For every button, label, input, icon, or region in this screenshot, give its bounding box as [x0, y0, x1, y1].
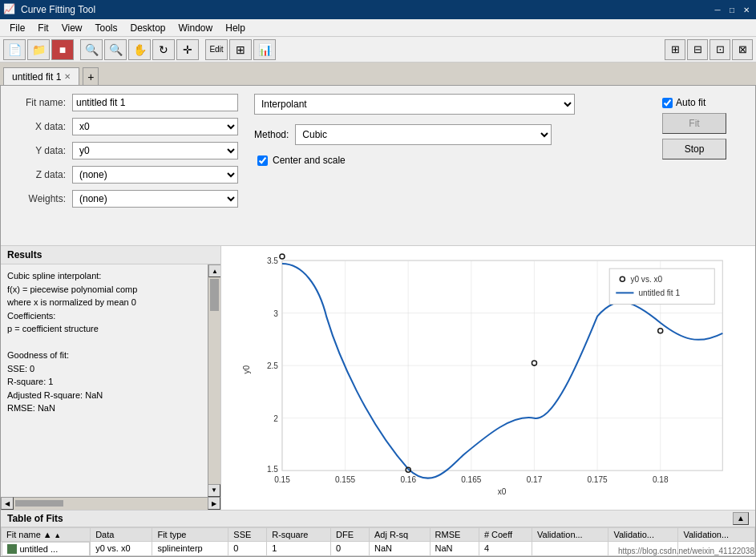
fit-name-input[interactable] — [72, 94, 238, 111]
hscroll-left-button[interactable]: ◀ — [1, 497, 14, 510]
main-panel: Fit name: X data: x0 Y data: y0 Z data: … — [0, 85, 756, 557]
toolbar-edit[interactable]: Edit — [205, 39, 228, 60]
svg-text:0.16: 0.16 — [400, 475, 416, 484]
col-fit-type[interactable]: Fit type — [152, 527, 228, 541]
x-data-row: X data: x0 — [14, 118, 238, 135]
watermark: https://blog.csdn.net/weixin_41122038 — [618, 547, 754, 555]
cell-fit-type: splineinterp — [152, 541, 228, 556]
minimize-button[interactable]: ─ — [711, 3, 724, 16]
cell-n-coeff: 4 — [479, 541, 532, 556]
col-fit-name[interactable]: Fit name ▲ — [2, 527, 91, 541]
cell-data: y0 vs. x0 — [91, 541, 152, 556]
results-content: Cubic spline interpolant: f(x) = piecewi… — [1, 264, 220, 497]
svg-text:3: 3 — [273, 309, 278, 318]
toolbar-view3[interactable]: ⊡ — [710, 39, 730, 60]
menu-tools[interactable]: Tools — [88, 21, 123, 35]
fit-button[interactable]: Fit — [662, 113, 726, 134]
menu-view[interactable]: View — [55, 21, 89, 35]
results-hscroll: ◀ ▶ — [1, 497, 220, 510]
col-adj-r-sq[interactable]: Adj R-sq — [369, 527, 430, 541]
center-scale-label: Center and scale — [273, 155, 346, 166]
middle-section: Results Cubic spline interpolant: f(x) =… — [1, 246, 755, 510]
toolbar-pan[interactable]: ✋ — [128, 39, 151, 60]
svg-text:untitled fit 1: untitled fit 1 — [639, 289, 681, 297]
hscroll-thumb[interactable] — [15, 500, 63, 507]
svg-text:3.5: 3.5 — [267, 256, 278, 265]
y-data-label: Y data: — [14, 145, 66, 156]
fit-color-indicator — [7, 544, 17, 554]
result-line-4: Coefficients: — [7, 309, 214, 323]
svg-text:2: 2 — [273, 414, 278, 423]
result-line-6: Goodness of fit: — [7, 349, 214, 362]
config-right: Auto fit Fit Stop — [662, 94, 742, 237]
toolbar-view4[interactable]: ⊠ — [732, 39, 753, 60]
maximize-button[interactable]: □ — [726, 3, 738, 16]
tab-add-button[interactable]: + — [83, 67, 99, 85]
menu-file[interactable]: File — [3, 21, 31, 35]
auto-fit-checkbox[interactable] — [662, 98, 673, 108]
x-data-label: X data: — [14, 121, 66, 132]
center-scale-row: Center and scale — [257, 155, 646, 166]
tab-label: untitled fit 1 — [12, 71, 61, 83]
toolbar-zoom-out[interactable]: 🔍 — [104, 39, 127, 60]
toolbar-right: ⊞ ⊟ ⊡ ⊠ — [665, 39, 753, 60]
hscroll-right-button[interactable]: ▶ — [208, 497, 220, 510]
toolbar-view1[interactable]: ⊞ — [665, 39, 685, 60]
y-data-row: Y data: y0 — [14, 142, 238, 159]
svg-text:0.17: 0.17 — [527, 475, 543, 484]
result-line-7: SSE: 0 — [7, 362, 214, 376]
weights-select[interactable]: (none) — [72, 190, 238, 208]
toolbar-zoom-in[interactable]: 🔍 — [80, 39, 103, 60]
scroll-up-button[interactable]: ▲ — [208, 264, 220, 277]
toolbar-chart[interactable]: 📊 — [253, 39, 276, 60]
col-rmse[interactable]: RMSE — [430, 527, 479, 541]
col-val3[interactable]: Validation... — [678, 527, 755, 541]
z-data-select[interactable]: (none) — [72, 166, 238, 184]
results-scrollbar[interactable]: ▲ ▼ — [208, 264, 220, 497]
tab-close-button[interactable]: ✕ — [64, 72, 71, 81]
menu-fit[interactable]: Fit — [31, 21, 55, 35]
hscroll-track — [15, 500, 206, 507]
fit-name-row: Fit name: — [14, 94, 238, 111]
col-val2[interactable]: Validatio... — [608, 527, 678, 541]
z-data-row: Z data: (none) — [14, 166, 238, 184]
result-line-3: where x is normalized by mean 0 — [7, 296, 214, 309]
toolbar-cursor[interactable]: ✛ — [176, 39, 199, 60]
svg-text:0.155: 0.155 — [335, 475, 356, 484]
cell-fit-name: untitled ... — [2, 542, 91, 556]
toolbar-new[interactable]: 📄 — [3, 39, 26, 60]
x-data-select[interactable]: x0 — [72, 118, 238, 135]
col-val1[interactable]: Validation... — [532, 527, 608, 541]
result-line-9: Adjusted R-square: NaN — [7, 389, 214, 402]
fit-type-select[interactable]: Interpolant — [254, 94, 575, 115]
stop-button[interactable]: Stop — [662, 139, 726, 159]
close-button[interactable]: ✕ — [740, 3, 753, 16]
center-scale-checkbox[interactable] — [257, 155, 268, 166]
col-n-coeff[interactable]: # Coeff — [479, 527, 532, 541]
toolbar-grid[interactable]: ⊞ — [229, 39, 252, 60]
svg-text:0.18: 0.18 — [653, 475, 669, 484]
col-data[interactable]: Data — [91, 527, 152, 541]
menu-window[interactable]: Window — [172, 21, 220, 35]
menu-desktop[interactable]: Desktop — [124, 21, 172, 35]
col-dfe[interactable]: DFE — [331, 527, 370, 541]
toolbar-color[interactable]: ■ — [51, 39, 74, 60]
toolbar-open[interactable]: 📁 — [27, 39, 50, 60]
result-line-5: p = coefficient structure — [7, 322, 214, 336]
tab-untitled-fit-1[interactable]: untitled fit 1 ✕ — [3, 67, 79, 85]
scroll-down-button[interactable]: ▼ — [208, 484, 220, 497]
method-row: Method: Cubic — [254, 124, 646, 145]
svg-text:1.5: 1.5 — [267, 465, 278, 474]
window-controls: ─ □ ✕ — [711, 3, 753, 16]
toolbar-rotate[interactable]: ↻ — [152, 39, 175, 60]
method-select[interactable]: Cubic — [295, 124, 552, 145]
y-data-select[interactable]: y0 — [72, 142, 238, 159]
col-r-square[interactable]: R-square — [267, 527, 331, 541]
col-sse[interactable]: SSE — [228, 527, 267, 541]
toolbar-view2[interactable]: ⊟ — [687, 39, 708, 60]
expand-table-button[interactable]: ▲ — [733, 512, 749, 525]
scroll-thumb[interactable] — [210, 279, 219, 311]
auto-fit-label: Auto fit — [676, 97, 705, 108]
chart-svg: 3.5 3 2.5 2 1.5 0.15 0.155 0.16 0.165 0.… — [228, 252, 749, 503]
menu-help[interactable]: Help — [219, 21, 252, 35]
